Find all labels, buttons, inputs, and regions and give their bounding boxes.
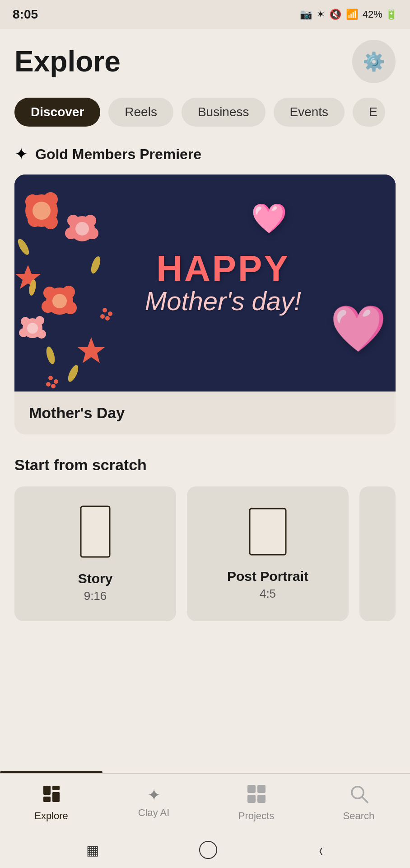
system-nav-recent[interactable]: ▦ bbox=[86, 842, 99, 858]
story-label: Story bbox=[78, 571, 113, 586]
nav-projects[interactable]: Projects bbox=[205, 774, 308, 832]
nav-clay-ai[interactable]: ✦ Clay AI bbox=[102, 774, 205, 832]
post-portrait-ratio: 4:5 bbox=[260, 587, 276, 601]
gold-section-title: Gold Members Premiere bbox=[35, 146, 201, 163]
svg-point-34 bbox=[100, 314, 105, 319]
tab-discover[interactable]: Discover bbox=[14, 98, 100, 127]
mute-icon: 🔇 bbox=[329, 9, 341, 20]
svg-point-20 bbox=[21, 317, 30, 326]
main-content: Explore ⚙️ Discover Reels Business Event… bbox=[0, 29, 410, 773]
svg-marker-25 bbox=[78, 337, 105, 363]
svg-point-37 bbox=[51, 384, 56, 388]
svg-point-28 bbox=[45, 346, 56, 365]
svg-point-18 bbox=[52, 294, 67, 308]
featured-card-label: Mother's Day bbox=[14, 392, 396, 434]
explore-icon bbox=[42, 784, 61, 807]
svg-point-33 bbox=[105, 316, 110, 321]
svg-rect-43 bbox=[43, 797, 51, 802]
mothers-day-text: Mother's day! bbox=[145, 287, 301, 316]
svg-point-31 bbox=[102, 308, 107, 312]
story-frame-icon bbox=[77, 505, 113, 560]
nav-explore[interactable]: Explore bbox=[0, 774, 102, 832]
tab-more[interactable]: E bbox=[353, 98, 385, 127]
svg-point-24 bbox=[27, 323, 38, 334]
happy-text: HAPPY bbox=[145, 250, 301, 287]
featured-card[interactable]: 🩷 HAPPY Mother's day! 🩷 Mother's Day bbox=[14, 175, 396, 434]
svg-point-26 bbox=[16, 237, 31, 257]
clay-ai-icon: ✦ bbox=[147, 787, 161, 803]
gold-star-icon: ✦ bbox=[14, 145, 28, 164]
system-nav-back[interactable]: ‹ bbox=[319, 840, 322, 860]
tab-business[interactable]: Business bbox=[182, 98, 266, 127]
system-nav: ▦ ‹ bbox=[0, 832, 410, 868]
svg-point-23 bbox=[37, 330, 46, 339]
svg-point-5 bbox=[33, 202, 51, 220]
svg-rect-46 bbox=[257, 785, 266, 793]
camera-icon: 📷 bbox=[300, 9, 312, 20]
featured-text: HAPPY Mother's day! bbox=[109, 250, 301, 316]
bottom-nav-wrapper: Explore ✦ Clay AI Projects bbox=[0, 773, 410, 832]
wifi-icon: 📶 bbox=[346, 9, 358, 20]
scratch-card-post-portrait[interactable]: Post Portrait 4:5 bbox=[187, 486, 349, 621]
svg-rect-41 bbox=[43, 786, 51, 795]
battery-icon: 42% 🔋 bbox=[363, 9, 397, 20]
heart-right-icon: 🩷 bbox=[330, 302, 387, 355]
post-portrait-frame-icon bbox=[246, 507, 289, 558]
heart-top-icon: 🩷 bbox=[251, 202, 287, 236]
svg-point-36 bbox=[54, 379, 58, 384]
nav-active-indicator bbox=[0, 771, 102, 773]
post-portrait-label: Post Portrait bbox=[227, 569, 308, 584]
nav-projects-label: Projects bbox=[238, 810, 274, 822]
nav-search-label: Search bbox=[343, 810, 375, 822]
svg-rect-48 bbox=[257, 795, 266, 803]
svg-point-11 bbox=[75, 222, 89, 236]
scratch-card-more[interactable] bbox=[359, 486, 396, 621]
story-ratio: 9:16 bbox=[84, 589, 107, 603]
gear-icon: ⚙️ bbox=[363, 51, 385, 72]
page-title: Explore bbox=[14, 45, 121, 78]
svg-line-50 bbox=[362, 797, 368, 802]
svg-rect-47 bbox=[247, 795, 256, 803]
settings-button[interactable]: ⚙️ bbox=[352, 40, 396, 83]
svg-point-35 bbox=[48, 376, 53, 380]
svg-marker-12 bbox=[15, 265, 41, 289]
svg-rect-40 bbox=[250, 509, 286, 555]
tab-reels[interactable]: Reels bbox=[108, 98, 173, 127]
svg-point-21 bbox=[35, 316, 44, 325]
svg-rect-42 bbox=[52, 786, 60, 790]
svg-point-27 bbox=[89, 255, 102, 274]
scratch-card-story[interactable]: Story 9:16 bbox=[14, 486, 176, 621]
status-icons: 📷 ✶ 🔇 📶 42% 🔋 bbox=[300, 9, 397, 20]
bottom-nav: Explore ✦ Clay AI Projects bbox=[0, 773, 410, 832]
status-time: 8:05 bbox=[13, 7, 38, 22]
nav-explore-label: Explore bbox=[34, 810, 68, 822]
system-nav-home[interactable] bbox=[199, 841, 217, 859]
nav-search[interactable]: Search bbox=[308, 774, 410, 832]
header: Explore ⚙️ bbox=[14, 40, 396, 83]
scratch-grid: Story 9:16 Post Portrait 4:5 bbox=[14, 486, 396, 621]
scratch-section: Start from scratch Story 9:16 bbox=[14, 456, 396, 621]
bluetooth-icon: ✶ bbox=[317, 9, 325, 20]
svg-point-9 bbox=[65, 227, 77, 239]
svg-point-29 bbox=[66, 363, 80, 383]
featured-image: 🩷 HAPPY Mother's day! 🩷 bbox=[14, 175, 396, 392]
svg-rect-44 bbox=[52, 792, 60, 802]
filter-tabs: Discover Reels Business Events E bbox=[14, 98, 396, 127]
status-bar: 8:05 📷 ✶ 🔇 📶 42% 🔋 bbox=[0, 0, 410, 29]
scratch-title: Start from scratch bbox=[14, 456, 396, 474]
tab-events[interactable]: Events bbox=[274, 98, 345, 127]
svg-point-38 bbox=[46, 382, 51, 387]
svg-point-16 bbox=[42, 300, 54, 313]
nav-clay-ai-label: Clay AI bbox=[138, 807, 170, 819]
svg-rect-39 bbox=[81, 506, 110, 557]
svg-rect-45 bbox=[247, 785, 256, 793]
projects-icon bbox=[247, 784, 266, 807]
svg-point-22 bbox=[19, 328, 28, 337]
gold-section-header: ✦ Gold Members Premiere bbox=[14, 145, 396, 164]
search-icon bbox=[349, 784, 369, 807]
